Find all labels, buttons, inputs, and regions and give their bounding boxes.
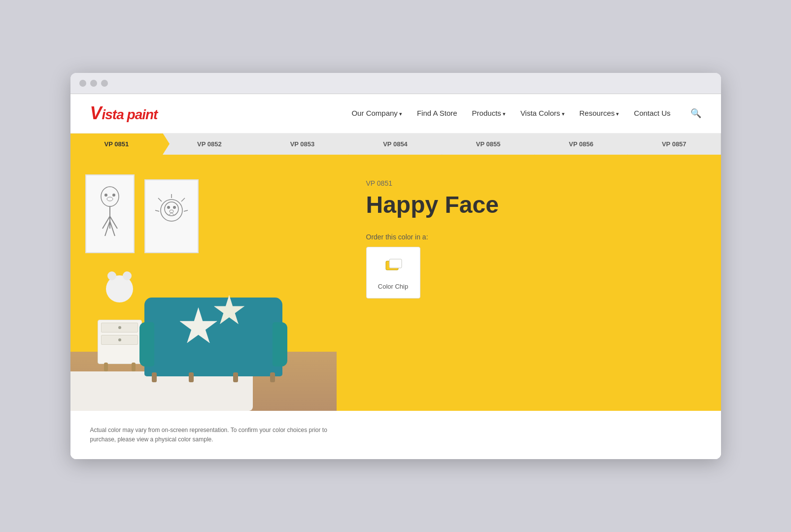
- browser-dot-red: [79, 80, 86, 87]
- dresser-leg-right: [132, 363, 136, 371]
- room-rug: [70, 371, 253, 411]
- nav-item-vista-colors[interactable]: Vista Colors: [520, 109, 565, 118]
- color-tabs: VP 0851 VP 0852 VP 0853 VP 0854 VP 0855 …: [70, 133, 721, 155]
- logo[interactable]: Vista paint: [90, 103, 158, 124]
- search-button[interactable]: 🔍: [686, 108, 701, 119]
- nav-link-contact-us[interactable]: Contact Us: [634, 109, 670, 117]
- bear-lamp: [103, 275, 137, 320]
- svg-point-8: [107, 197, 113, 201]
- navbar: Vista paint Our Company Find A Store Pro…: [70, 94, 721, 133]
- nav-item-our-company[interactable]: Our Company: [351, 109, 402, 118]
- tab-vp0856[interactable]: VP 0856: [535, 133, 628, 155]
- bear-ear-left: [107, 271, 116, 280]
- nav-link-our-company[interactable]: Our Company: [351, 109, 402, 117]
- tab-vp0853[interactable]: VP 0853: [256, 133, 349, 155]
- logo-v-icon: V: [90, 103, 102, 123]
- nav-link-find-a-store[interactable]: Find A Store: [417, 109, 457, 117]
- dresser-drawer-top: [101, 323, 138, 332]
- svg-point-0: [101, 187, 119, 206]
- nav-link-products[interactable]: Products: [472, 109, 506, 117]
- svg-point-6: [104, 194, 107, 197]
- color-chip-card[interactable]: Color Chip: [366, 247, 420, 299]
- nav-item-resources[interactable]: Resources: [580, 109, 619, 118]
- tab-vp0855[interactable]: VP 0855: [442, 133, 535, 155]
- tab-vp0851[interactable]: VP 0851: [70, 133, 164, 155]
- sofa-leg-1: [152, 372, 157, 382]
- dresser-knob-2: [118, 338, 121, 341]
- browser-titlebar: [70, 73, 721, 94]
- tab-vp0854[interactable]: VP 0854: [349, 133, 442, 155]
- svg-rect-22: [389, 259, 402, 268]
- nav-item-contact-us[interactable]: Contact Us: [634, 109, 670, 118]
- search-icon[interactable]: 🔍: [690, 108, 701, 118]
- svg-line-2: [103, 216, 110, 229]
- sofa-leg-3: [233, 372, 238, 382]
- svg-line-12: [181, 198, 185, 201]
- dresser: [98, 320, 142, 364]
- sofa-arm-right: [273, 322, 287, 366]
- art-frame-lion: [144, 179, 199, 253]
- svg-line-14: [158, 198, 162, 201]
- dresser-leg-left: [104, 363, 108, 371]
- disclaimer-text: Actual color may vary from on-screen rep…: [90, 426, 337, 444]
- svg-point-7: [112, 194, 115, 197]
- dresser-drawer-bottom: [101, 335, 138, 345]
- sofa-leg-4: [270, 372, 275, 382]
- nav-links: Our Company Find A Store Products Vista …: [351, 108, 701, 119]
- svg-line-20: [172, 213, 174, 215]
- browser-dot-green: [101, 80, 108, 87]
- svg-point-10: [165, 202, 178, 216]
- svg-line-19: [169, 213, 172, 215]
- tab-vp0857[interactable]: VP 0857: [628, 133, 721, 155]
- nav-link-vista-colors[interactable]: Vista Colors: [520, 109, 565, 117]
- color-name: Happy Face: [366, 191, 691, 218]
- browser-content: Vista paint Our Company Find A Store Pro…: [70, 94, 721, 459]
- svg-point-16: [167, 206, 170, 209]
- bear-ear-right: [123, 271, 132, 280]
- svg-line-3: [110, 216, 117, 229]
- room-image: [70, 155, 337, 411]
- nav-item-find-a-store[interactable]: Find A Store: [417, 109, 457, 118]
- color-chip-label: Color Chip: [377, 283, 410, 290]
- sofa: [139, 288, 287, 376]
- art-frame-giraffe: [85, 174, 135, 253]
- svg-point-9: [161, 200, 182, 221]
- nav-item-products[interactable]: Products: [472, 109, 506, 118]
- color-detail-panel: VP 0851 Happy Face Order this color in a…: [337, 155, 721, 411]
- svg-line-15: [155, 210, 159, 211]
- nav-link-resources[interactable]: Resources: [580, 109, 619, 117]
- color-code: VP 0851: [366, 179, 691, 187]
- color-chip-icon: [377, 255, 410, 279]
- svg-point-17: [173, 206, 176, 209]
- browser-dot-yellow: [90, 80, 97, 87]
- sofa-arm-left: [139, 322, 154, 366]
- disclaimer-section: Actual color may vary from on-screen rep…: [70, 411, 721, 459]
- main-section: VP 0851 Happy Face Order this color in a…: [70, 155, 721, 411]
- bear-head: [106, 275, 133, 302]
- logo-text: ista paint: [102, 107, 158, 122]
- browser-window: Vista paint Our Company Find A Store Pro…: [70, 73, 721, 459]
- dresser-knob: [118, 326, 121, 329]
- order-label: Order this color in a:: [366, 233, 691, 241]
- svg-line-13: [184, 210, 188, 211]
- svg-point-18: [170, 210, 173, 213]
- tab-vp0852[interactable]: VP 0852: [163, 133, 256, 155]
- sofa-leg-2: [189, 372, 194, 382]
